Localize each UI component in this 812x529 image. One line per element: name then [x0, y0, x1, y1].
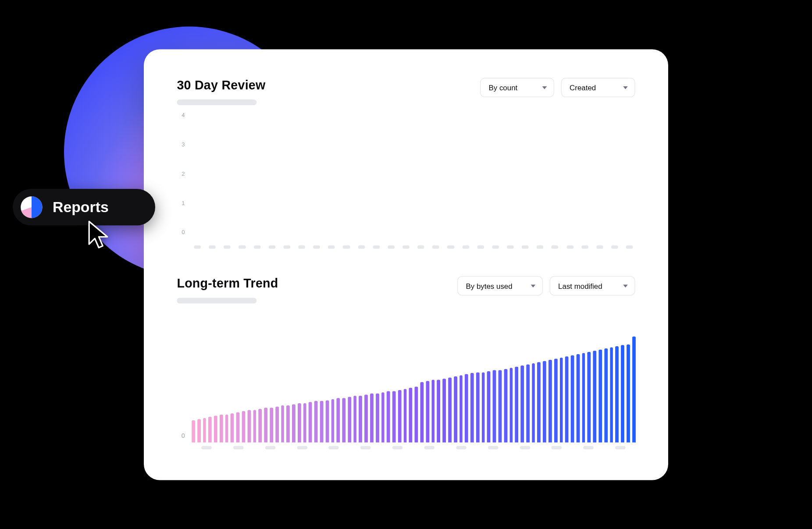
section-30-day-review: 30 Day Review By count Created 01234 [177, 78, 635, 252]
bar [538, 362, 541, 442]
bar [448, 377, 452, 442]
bar [208, 416, 212, 442]
bar [364, 394, 368, 443]
reports-pill-label: Reports [53, 198, 109, 216]
bar [431, 380, 435, 442]
x-tick [311, 242, 322, 252]
bar [247, 410, 251, 442]
bar [353, 395, 357, 442]
bar [593, 351, 597, 442]
bar [481, 372, 485, 443]
x-tick [385, 242, 397, 252]
bar [487, 371, 491, 442]
chart-long-term-trend: 0 [177, 330, 635, 456]
bar [459, 375, 463, 442]
bar [314, 401, 318, 442]
bar [259, 409, 262, 442]
y-tick-label: 0 [182, 229, 185, 235]
bar [470, 373, 474, 442]
reports-pill-button[interactable]: Reports [13, 189, 155, 225]
dropdown-metric[interactable]: By bytes used [457, 276, 543, 295]
bar [192, 420, 195, 442]
x-tick [624, 242, 635, 252]
y-tick-label: 1 [182, 199, 185, 206]
x-tick [383, 446, 412, 456]
x-tick [415, 446, 444, 456]
bar [582, 353, 585, 442]
bar [236, 412, 240, 442]
bar [420, 382, 424, 443]
x-tick [564, 242, 576, 252]
bar [270, 408, 273, 442]
bar [376, 393, 379, 442]
bar [309, 402, 312, 442]
x-tick [281, 242, 292, 252]
y-tick-label: 0 [182, 432, 185, 439]
x-tick [296, 242, 307, 252]
dropdown-metric[interactable]: By count [480, 78, 554, 97]
x-tick [609, 242, 620, 252]
x-tick [192, 242, 203, 252]
bar [571, 355, 574, 442]
x-tick [251, 242, 263, 252]
x-tick [266, 242, 278, 252]
x-tick [207, 242, 218, 252]
x-tick [319, 446, 349, 456]
bar [499, 369, 502, 442]
bar [231, 413, 234, 442]
dropdown-field[interactable]: Created [561, 78, 635, 97]
x-tick [478, 446, 508, 456]
bar [370, 393, 374, 442]
y-tick-label: 2 [182, 170, 185, 176]
bar [398, 390, 402, 442]
bar [409, 387, 413, 442]
bar [264, 408, 268, 442]
bar [337, 398, 340, 442]
bar [610, 348, 613, 443]
bar [621, 345, 624, 442]
bar [392, 391, 396, 442]
x-tick [341, 242, 352, 252]
x-tick [224, 446, 253, 456]
bar [403, 389, 407, 442]
bar [348, 397, 351, 442]
bar [543, 361, 546, 442]
bar [342, 398, 346, 442]
bar [559, 357, 563, 442]
pie-chart-icon [21, 196, 42, 218]
reports-card: 30 Day Review By count Created 01234 [144, 49, 668, 480]
cursor-icon [87, 220, 112, 250]
bar [465, 374, 468, 442]
subtitle-skeleton [177, 99, 256, 105]
x-tick [236, 242, 248, 252]
bar [203, 418, 207, 442]
bar [220, 414, 223, 442]
bar [359, 395, 363, 442]
x-tick [430, 242, 442, 252]
bar [281, 405, 285, 442]
x-tick [475, 242, 486, 252]
bar [577, 354, 580, 442]
bar [476, 372, 480, 443]
bar [303, 403, 307, 442]
bar [214, 415, 217, 442]
dropdown-field-label: Created [570, 83, 596, 92]
bar [381, 392, 385, 442]
chevron-down-icon [623, 284, 627, 287]
y-tick-label: 4 [182, 111, 185, 117]
bar [548, 360, 552, 443]
bar [242, 411, 246, 442]
bar [532, 363, 535, 442]
x-tick [400, 242, 412, 252]
dropdown-field[interactable]: Last modified [550, 276, 635, 295]
section-title: Long-term Trend [177, 276, 278, 291]
y-tick-label: 3 [182, 141, 185, 147]
x-tick [326, 242, 337, 252]
x-tick [356, 242, 367, 252]
dropdown-field-label: Last modified [558, 281, 602, 290]
x-tick [574, 446, 603, 456]
x-tick [445, 242, 456, 252]
bar [225, 414, 228, 442]
bar [565, 356, 569, 442]
bar [454, 376, 457, 442]
